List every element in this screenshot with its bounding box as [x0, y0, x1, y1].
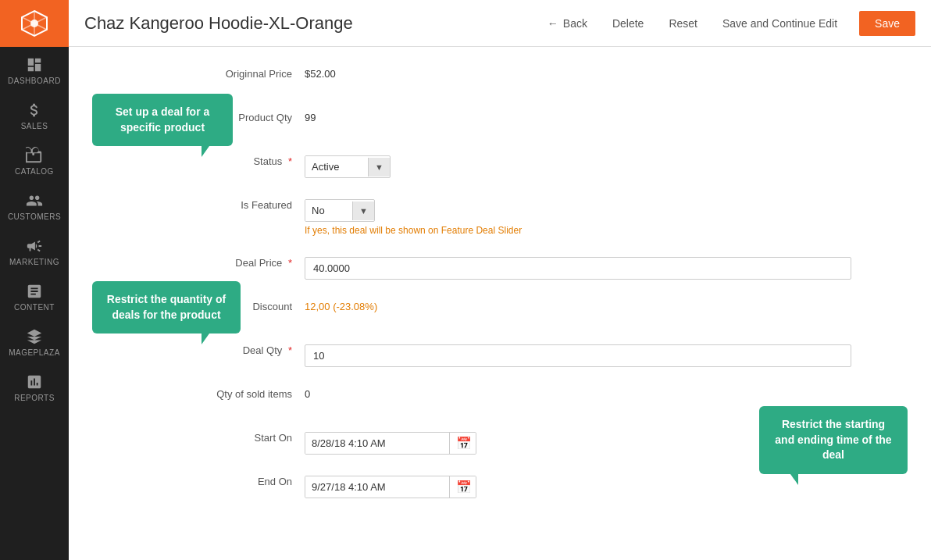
start-on-label: Start On [148, 426, 305, 444]
sidebar-item-sales[interactable]: SALES [0, 92, 69, 137]
original-price-label: Originnal Price [148, 62, 305, 80]
sidebar-item-catalog[interactable]: CATALOG [0, 137, 69, 183]
featured-hint: If yes, this deal will be shown on Featu… [305, 225, 851, 236]
is-featured-label: Is Featured [148, 194, 305, 211]
is-featured-field: No Yes ▼ If yes, this deal will be shown… [305, 194, 851, 236]
delete-button[interactable]: Delete [609, 12, 647, 34]
product-qty-value: 99 [305, 106, 851, 123]
deal-price-row: Deal Price * [148, 251, 851, 280]
deal-price-field [305, 251, 851, 280]
start-calendar-button[interactable]: 📅 [449, 433, 476, 454]
end-on-row: End On 📅 [148, 470, 851, 498]
end-on-field: 📅 [305, 470, 851, 498]
sidebar-item-label: CATALOG [15, 167, 54, 177]
start-on-row: Start On 📅 [148, 426, 851, 455]
header: Chaz Kangeroo Hoodie-XL-Orange ← Back De… [69, 0, 931, 47]
sidebar-item-label: DASHBOARD [8, 77, 61, 86]
start-date-input[interactable] [305, 433, 449, 454]
save-button[interactable]: Save [859, 11, 915, 36]
sidebar-item-label: SALES [21, 122, 48, 131]
sidebar-item-label: CONTENT [14, 303, 55, 312]
sidebar-item-reports[interactable]: REPORTS [0, 364, 69, 409]
start-date-wrap[interactable]: 📅 [305, 432, 476, 455]
product-qty-label: Product Qty [148, 106, 305, 123]
sidebar-item-customers[interactable]: CUSTOMERS [0, 183, 69, 228]
deal-form: Originnal Price $52.00 Product Qty 99 St… [148, 62, 851, 498]
original-price-row: Originnal Price $52.00 [148, 62, 851, 91]
status-select[interactable]: Active Inactive [305, 156, 368, 177]
status-field: Active Inactive ▼ [305, 150, 851, 178]
sidebar: DASHBOARD SALES CATALOG CUSTOMERS MARKET… [0, 0, 69, 560]
reset-button[interactable]: Reset [665, 12, 701, 34]
is-featured-row: Is Featured No Yes ▼ If yes, this deal w… [148, 194, 851, 236]
deal-qty-input[interactable] [305, 344, 851, 367]
qty-sold-label: Qty of sold items [148, 383, 305, 400]
original-price-value: $52.00 [305, 62, 851, 80]
status-dropdown-arrow[interactable]: ▼ [368, 158, 390, 177]
svg-point-0 [30, 20, 38, 27]
start-on-field: 📅 [305, 426, 851, 455]
status-select-wrap[interactable]: Active Inactive ▼ [305, 155, 391, 178]
end-date-wrap[interactable]: 📅 [305, 476, 476, 498]
featured-select[interactable]: No Yes [305, 200, 352, 221]
required-marker: * [288, 344, 292, 356]
main-content: Chaz Kangeroo Hoodie-XL-Orange ← Back De… [69, 0, 931, 560]
back-arrow-icon: ← [548, 17, 558, 30]
qty-sold-value: 0 [305, 383, 851, 400]
sidebar-item-label: MAGEPLAZA [9, 348, 60, 358]
featured-dropdown-arrow[interactable]: ▼ [352, 202, 374, 220]
sidebar-item-dashboard[interactable]: DASHBOARD [0, 47, 69, 92]
discount-value: 12,00 (-23.08%) [305, 295, 851, 312]
sidebar-item-content[interactable]: CONTENT [0, 273, 69, 319]
sidebar-item-label: MARKETING [9, 258, 59, 267]
save-continue-button[interactable]: Save and Continue Edit [719, 12, 840, 34]
sidebar-item-mageplaza[interactable]: MAGEPLAZA [0, 319, 69, 364]
sidebar-item-label: CUSTOMERS [8, 212, 61, 222]
status-row: Status * Active Inactive ▼ [148, 150, 851, 178]
featured-select-wrap[interactable]: No Yes ▼ [305, 199, 375, 222]
required-marker: * [288, 155, 292, 167]
discount-label: Discount [148, 295, 305, 312]
sidebar-item-marketing[interactable]: MARKETING [0, 228, 69, 273]
product-qty-row: Product Qty 99 [148, 106, 851, 134]
deal-price-label: Deal Price * [148, 251, 305, 269]
end-on-label: End On [148, 470, 305, 487]
end-calendar-button[interactable]: 📅 [449, 476, 476, 498]
status-label: Status * [148, 150, 305, 167]
required-marker: * [288, 257, 292, 269]
deal-qty-row: Deal Qty * [148, 339, 851, 367]
sidebar-item-label: REPORTS [14, 394, 55, 403]
page-title: Chaz Kangeroo Hoodie-XL-Orange [84, 13, 526, 34]
end-date-input[interactable] [305, 476, 449, 498]
deal-qty-field [305, 339, 851, 367]
deal-qty-label: Deal Qty * [148, 339, 305, 356]
qty-sold-row: Qty of sold items 0 [148, 383, 851, 411]
logo[interactable] [0, 0, 69, 47]
discount-row: Discount 12,00 (-23.08%) [148, 295, 851, 323]
deal-price-input[interactable] [305, 257, 851, 280]
back-button[interactable]: ← Back [544, 12, 590, 34]
form-content: Set up a deal for a specific product Res… [69, 47, 931, 560]
